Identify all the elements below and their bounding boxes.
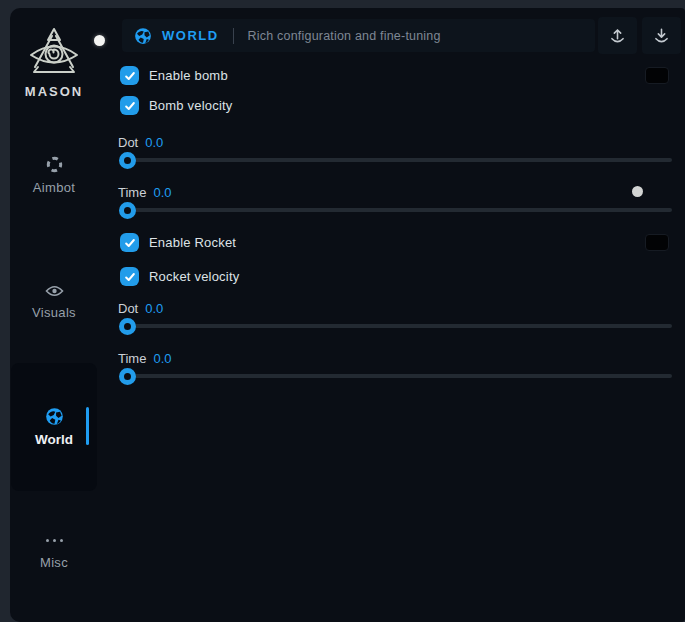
checkbox-label: Bomb velocity [149,98,233,113]
game-background: MASON Aimbot Visuals [0,0,685,622]
download-icon [652,26,671,45]
sidebar-item-world[interactable]: World [11,407,97,447]
enable-bomb-checkbox[interactable] [120,66,139,85]
ellipsis-icon [46,532,63,548]
rocket-time-slider-track[interactable] [120,374,672,378]
particle-dot [632,186,643,197]
rocket-time-slider-handle[interactable] [119,368,136,385]
rocket-velocity-row: Rocket velocity [120,267,239,286]
sidebar-item-visuals[interactable]: Visuals [10,284,98,320]
enable-bomb-row: Enable bomb [120,66,228,85]
slider-value: 0.0 [153,351,171,366]
sidebar-item-label: Visuals [32,305,76,320]
slider-name: Dot [118,301,138,316]
active-tab-indicator [86,407,90,445]
bomb-dot-slider-label: Dot0.0 [118,135,163,150]
page-title: WORLD [162,28,219,43]
sidebar-item-label: World [35,432,73,447]
rocket-time-slider-label: Time0.0 [118,351,171,366]
rocket-color-swatch[interactable] [645,234,669,251]
import-config-button[interactable] [642,17,681,54]
header-divider [233,28,234,44]
bomb-velocity-checkbox[interactable] [120,96,139,115]
cursor-dot [94,35,105,46]
slider-value: 0.0 [145,135,163,150]
sidebar-item-label: Aimbot [33,180,75,195]
rocket-dot-slider-handle[interactable] [119,318,136,335]
rocket-dot-slider-label: Dot0.0 [118,301,163,316]
slider-name: Dot [118,135,138,150]
bomb-dot-slider-handle[interactable] [119,152,136,169]
bomb-time-slider-label: Time0.0 [118,185,171,200]
rocket-dot-slider-track[interactable] [120,324,672,328]
bomb-time-slider-track[interactable] [120,208,672,212]
checkbox-label: Enable bomb [149,68,228,83]
slider-name: Time [118,351,146,366]
sidebar-item-world-active-panel: World [11,363,97,491]
crosshair-icon [46,156,63,173]
slider-value: 0.0 [153,185,171,200]
bomb-color-swatch[interactable] [645,67,669,84]
bomb-time-slider-handle[interactable] [119,202,136,219]
cheat-menu-window: MASON Aimbot Visuals [10,8,685,622]
slider-value: 0.0 [145,301,163,316]
bomb-velocity-row: Bomb velocity [120,96,233,115]
slider-name: Time [118,185,146,200]
checkbox-label: Rocket velocity [149,269,239,284]
page-subtitle: Rich configuration and fine-tuning [248,29,441,43]
bomb-dot-slider-track[interactable] [120,158,672,162]
checkmark-icon [124,271,136,283]
sidebar-item-aimbot[interactable]: Aimbot [10,156,98,195]
upload-icon [608,26,627,45]
mason-logo-icon [25,26,83,82]
checkmark-icon [124,70,136,82]
sidebar-item-label: Misc [40,555,68,570]
globe-icon [134,27,152,45]
rocket-velocity-checkbox[interactable] [120,267,139,286]
export-config-button[interactable] [598,17,637,54]
enable-rocket-checkbox[interactable] [120,233,139,252]
checkmark-icon [124,237,136,249]
page-header: WORLD Rich configuration and fine-tuning [122,19,595,52]
brand-name: MASON [10,84,98,99]
enable-rocket-row: Enable Rocket [120,233,236,252]
checkbox-label: Enable Rocket [149,235,236,250]
checkmark-icon [124,100,136,112]
eye-icon [45,284,64,298]
globe-icon [45,407,64,426]
sidebar-item-misc[interactable]: Misc [10,532,98,570]
